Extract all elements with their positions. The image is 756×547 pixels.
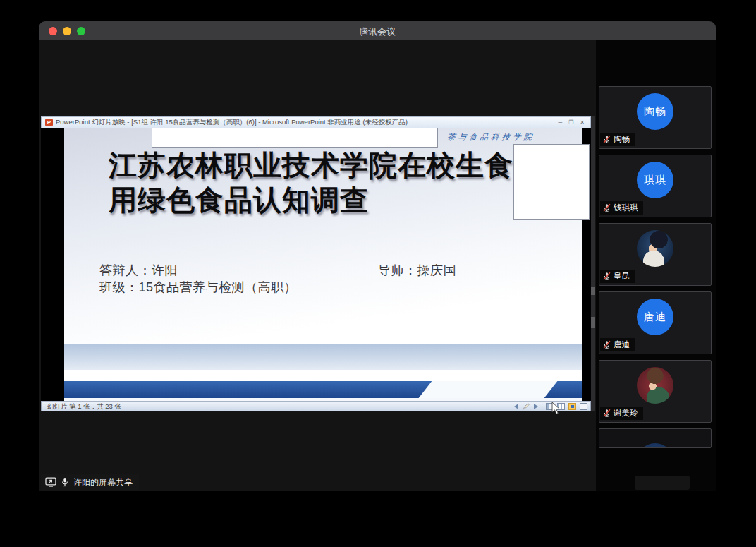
slide: 江苏农林职业技术学院在校生食 用绿色食品认知调查 答辩人：许阳 班级：15食品营… — [64, 128, 582, 401]
slide-light-band — [64, 344, 582, 370]
muted-mic-icon — [602, 203, 611, 212]
participant-name-badge: 唐迪 — [600, 338, 635, 351]
participant-name: 谢美玲 — [614, 408, 638, 419]
meeting-body: P PowerPoint 幻灯片放映 - [S1组 许阳 15食品营养与检测（高… — [39, 40, 716, 491]
sidebar-dimmed-button[interactable] — [635, 476, 690, 490]
overlay-box-top — [152, 128, 438, 148]
screen-share-indicator: 许阳的屏幕共享 — [41, 474, 139, 490]
participant-name: 皇昆 — [614, 271, 630, 282]
fit-to-window-icon[interactable] — [580, 403, 587, 410]
mac-titlebar[interactable]: 腾讯会议 — [39, 21, 716, 40]
participant-tile[interactable]: 谢美玲 — [599, 360, 712, 423]
powerpoint-statusbar: 幻灯片 第 1 张，共 23 张 — [41, 401, 591, 411]
participant-avatar: 琪琪 — [637, 162, 673, 198]
previous-slide-icon[interactable] — [514, 404, 518, 409]
participant-name-badge: 谢美玲 — [600, 407, 643, 420]
slide-counter: 幻灯片 第 1 张，共 23 张 — [43, 402, 126, 411]
shared-screen-area: P PowerPoint 幻灯片放映 - [S1组 许阳 15食品营养与检测（高… — [39, 40, 596, 491]
slide-presenter: 答辩人：许阳 — [99, 262, 178, 279]
slide-title-line2: 用绿色食品认知调查 — [109, 183, 532, 217]
powerpoint-titlebar[interactable]: P PowerPoint 幻灯片放映 - [S1组 许阳 15食品营养与检测（高… — [41, 116, 591, 128]
microphone-icon — [61, 477, 69, 487]
slide-footer-banner-shape — [419, 381, 558, 398]
muted-mic-icon — [602, 340, 611, 349]
participant-video-sidebar: 陶畅 陶畅 琪琪 钱琪琪 — [596, 40, 716, 491]
participant-avatar: 陶畅 — [637, 93, 673, 130]
powerpoint-window: P PowerPoint 幻灯片放映 - [S1组 许阳 15食品营养与检测（高… — [41, 116, 591, 411]
participant-avatar — [637, 230, 673, 267]
tencent-meeting-window: 腾讯会议 P PowerPoint 幻灯片放映 - [S1组 许阳 15食品营养… — [39, 21, 716, 491]
ppt-restore-icon[interactable]: ❐ — [568, 119, 573, 126]
participant-avatar — [637, 367, 673, 404]
pen-annotation-icon[interactable] — [522, 402, 530, 411]
slideshow-view-icon[interactable] — [568, 403, 576, 410]
screen-share-icon — [45, 477, 56, 487]
scrollbar-thumb[interactable] — [591, 317, 595, 328]
powerpoint-icon: P — [45, 119, 53, 126]
statusbar-tools — [514, 402, 587, 411]
scrollbar-thumb[interactable] — [591, 287, 595, 295]
participant-name: 钱琪琪 — [614, 203, 638, 213]
slide-class: 班级：15食品营养与检测（高职） — [99, 279, 297, 296]
ppt-scrollbar[interactable] — [591, 116, 595, 411]
powerpoint-window-controls: ─ ❐ ✕ — [558, 119, 585, 126]
screen-share-label: 许阳的屏幕共享 — [73, 476, 133, 488]
participant-name-badge: 陶畅 — [600, 133, 635, 146]
slideshow-viewport[interactable]: 江苏农林职业技术学院在校生食 用绿色食品认知调查 答辩人：许阳 班级：15食品营… — [42, 128, 590, 401]
powerpoint-title: PowerPoint 幻灯片放映 - [S1组 许阳 15食品营养与检测（高职）… — [56, 118, 555, 127]
next-slide-icon[interactable] — [534, 404, 538, 409]
muted-mic-icon — [602, 272, 611, 281]
overlay-box-right — [513, 144, 590, 220]
participant-tile[interactable] — [599, 428, 712, 448]
letterbox-left — [42, 128, 64, 401]
participant-tile[interactable]: 琪琪 钱琪琪 — [599, 155, 712, 217]
participant-name: 唐迪 — [614, 339, 630, 350]
slide-footer-band — [64, 381, 582, 398]
slide-footer-banner-text: 茶与食品科技学院 — [430, 132, 551, 143]
slide-title-line1: 江苏农林职业技术学院在校生食 — [109, 148, 532, 183]
muted-mic-icon — [602, 135, 611, 144]
slide-advisor: 导师：操庆国 — [378, 262, 456, 279]
ppt-close-icon[interactable]: ✕ — [580, 119, 585, 126]
participant-name-badge: 钱琪琪 — [600, 201, 643, 215]
participant-tile[interactable]: 皇昆 — [599, 223, 712, 286]
participant-tile[interactable]: 唐迪 唐迪 — [599, 291, 712, 354]
participant-name: 陶畅 — [614, 134, 630, 145]
mouse-cursor-icon — [551, 402, 561, 415]
muted-mic-icon — [602, 409, 611, 418]
screenshot-stage: 腾讯会议 P PowerPoint 幻灯片放映 - [S1组 许阳 15食品营养… — [0, 0, 756, 547]
statusbar-separator — [542, 403, 542, 410]
window-title: 腾讯会议 — [39, 25, 716, 38]
participant-name-badge: 皇昆 — [600, 270, 635, 283]
participant-avatar: 唐迪 — [637, 299, 673, 335]
participant-tile[interactable]: 陶畅 陶畅 — [599, 86, 712, 149]
ppt-minimize-icon[interactable]: ─ — [558, 119, 562, 126]
participant-avatar — [637, 443, 673, 448]
slide-title: 江苏农林职业技术学院在校生食 用绿色食品认知调查 — [109, 148, 532, 217]
